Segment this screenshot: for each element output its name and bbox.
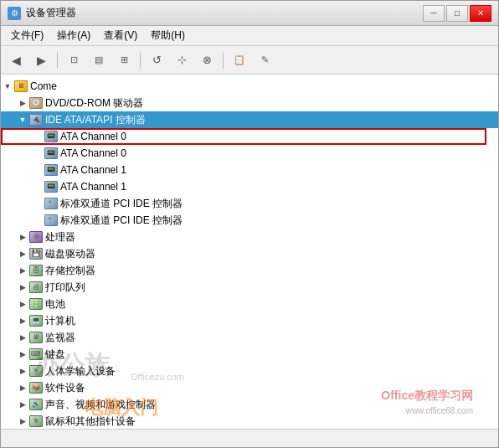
hid-icon: 🖱 <box>29 365 43 377</box>
pci1-icon: 🔧 <box>44 198 58 209</box>
ide-label: IDE ATA/ATAPI 控制器 <box>45 113 146 127</box>
mouse-label: 鼠标和其他指针设备 <box>45 415 136 429</box>
storage-expand-icon[interactable]: ▶ <box>16 264 29 277</box>
computer-label: 计算机 <box>45 314 75 328</box>
ata-ch1-label: ATA Channel 1 <box>60 164 126 176</box>
battery-item[interactable]: ▶ 🔋 电池 <box>1 296 498 312</box>
cpu-label: 处理器 <box>45 230 75 245</box>
menu-help[interactable]: 帮助(H) <box>144 27 192 44</box>
pci-ide-first[interactable]: 🔧 标准双通道 PCI IDE 控制器 <box>1 195 498 212</box>
ata-channel-1-first[interactable]: 📟 ATA Channel 1 <box>1 162 498 178</box>
toolbar-separator-3 <box>223 52 224 69</box>
toolbar-btn-6[interactable]: ⊗ <box>195 49 219 71</box>
ata-channel-0-first[interactable]: 📟 ATA Channel 0 <box>1 128 498 145</box>
main-content: ▼ 🖥 Come ▶ 💿 DVD/CD-ROM 驱动器 ▼ 🔌 IDE ATA/… <box>1 75 498 429</box>
software-icon: 📦 <box>29 382 43 394</box>
software-expand-icon[interactable]: ▶ <box>16 381 29 394</box>
ata-ch0-first-label: ATA Channel 0 <box>60 131 126 142</box>
disk-label: 磁盘驱动器 <box>45 247 95 261</box>
root-icon: 🖥 <box>14 80 28 92</box>
highlighted-row: 📟 ATA Channel 0 <box>1 128 498 145</box>
computer-expand-icon[interactable]: ▶ <box>16 314 29 327</box>
disk-expand-icon[interactable]: ▶ <box>16 247 29 260</box>
storage-icon: 🗄 <box>29 265 43 276</box>
print-label: 打印队列 <box>45 281 85 295</box>
print-item[interactable]: ▶ 🖨 打印队列 <box>1 279 498 296</box>
toolbar-separator-1 <box>57 52 58 69</box>
battery-label: 电池 <box>45 297 65 312</box>
toolbar-btn-5[interactable]: ⊹ <box>170 49 193 71</box>
forward-button[interactable]: ▶ <box>29 49 53 71</box>
cpu-expand-icon[interactable]: ▶ <box>16 230 29 244</box>
ide-controller-item[interactable]: ▼ 🔌 IDE ATA/ATAPI 控制器 <box>1 111 498 128</box>
ide-icon: 🔌 <box>29 114 43 126</box>
menu-view[interactable]: 查看(V) <box>97 27 144 44</box>
hid-item[interactable]: ▶ 🖱 人体学输入设备 <box>1 363 498 379</box>
computer-item[interactable]: ▶ 💻 计算机 <box>1 312 498 329</box>
monitor-expand-icon[interactable]: ▶ <box>16 331 29 344</box>
device-manager-window: ⚙ 设备管理器 ─ □ ✕ 文件(F) 操作(A) 查看(V) 帮助(H) ◀ … <box>0 0 499 448</box>
ata-ch0b-icon: 📟 <box>44 147 58 159</box>
battery-expand-icon[interactable]: ▶ <box>16 297 29 311</box>
keyboard-expand-icon[interactable]: ▶ <box>16 348 29 361</box>
root-expand-icon[interactable]: ▼ <box>1 80 14 93</box>
menu-bar: 文件(F) 操作(A) 查看(V) 帮助(H) <box>1 26 498 46</box>
toolbar-btn-1[interactable]: ⊡ <box>62 49 85 71</box>
back-button[interactable]: ◀ <box>4 49 28 71</box>
ata-channel-0-second[interactable]: 📟 ATA Channel 0 <box>1 145 498 162</box>
toolbar-btn-2[interactable]: ▤ <box>87 49 111 71</box>
ata-ch0b-label: ATA Channel 0 <box>60 147 126 159</box>
software-item[interactable]: ▶ 📦 软件设备 <box>1 379 498 396</box>
menu-file[interactable]: 文件(F) <box>4 27 50 44</box>
monitor-label: 监视器 <box>45 331 75 345</box>
maximize-button[interactable]: □ <box>446 5 468 22</box>
audio-expand-icon[interactable]: ▶ <box>16 398 29 411</box>
toolbar-btn-3[interactable]: ⊞ <box>112 49 136 71</box>
disk-item[interactable]: ▶ 💾 磁盘驱动器 <box>1 245 498 262</box>
keyboard-item[interactable]: ▶ ⌨ 键盘 <box>1 346 498 363</box>
window-icon: ⚙ <box>8 7 21 20</box>
mouse-expand-icon[interactable]: ▶ <box>16 415 29 428</box>
dvd-label: DVD/CD-ROM 驱动器 <box>45 96 143 111</box>
dvd-expand-icon[interactable]: ▶ <box>16 96 29 110</box>
monitor-item[interactable]: ▶ 🖥 监视器 <box>1 329 498 346</box>
pci1-label: 标准双通道 PCI IDE 控制器 <box>60 197 183 211</box>
menu-action[interactable]: 操作(A) <box>50 27 97 44</box>
hid-expand-icon[interactable]: ▶ <box>16 364 29 378</box>
pci-ide-second[interactable]: 🔧 标准双通道 PCI IDE 控制器 <box>1 212 498 229</box>
ide-expand-icon[interactable]: ▼ <box>16 113 29 126</box>
cpu-icon: ⚙ <box>29 231 43 243</box>
software-label: 软件设备 <box>45 381 85 395</box>
title-bar-left: ⚙ 设备管理器 <box>8 6 76 20</box>
ata-channel-1-second[interactable]: 📟 ATA Channel 1 <box>1 178 498 195</box>
close-button[interactable]: ✕ <box>470 5 491 22</box>
root-label: Come <box>30 80 57 92</box>
dvd-icon: 💿 <box>29 97 43 109</box>
audio-icon: 🔊 <box>29 399 43 410</box>
status-bar <box>1 429 498 447</box>
ata-ch1b-label: ATA Channel 1 <box>60 181 126 193</box>
storage-item[interactable]: ▶ 🗄 存储控制器 <box>1 262 498 279</box>
toolbar: ◀ ▶ ⊡ ▤ ⊞ ↺ ⊹ ⊗ 📋 ✎ <box>1 46 498 75</box>
minimize-button[interactable]: ─ <box>423 5 445 22</box>
storage-label: 存储控制器 <box>45 264 95 278</box>
toolbar-btn-4[interactable]: ↺ <box>145 49 168 71</box>
tree-root[interactable]: ▼ 🖥 Come <box>1 78 498 95</box>
audio-label: 声音、视频和游戏控制器 <box>45 398 156 412</box>
monitor-icon: 🖥 <box>29 332 43 343</box>
title-bar-buttons: ─ □ ✕ <box>423 5 491 22</box>
print-icon: 🖨 <box>29 281 43 293</box>
cpu-item[interactable]: ▶ ⚙ 处理器 <box>1 229 498 245</box>
tree-view[interactable]: ▼ 🖥 Come ▶ 💿 DVD/CD-ROM 驱动器 ▼ 🔌 IDE ATA/… <box>1 75 498 429</box>
print-expand-icon[interactable]: ▶ <box>16 281 29 294</box>
toolbar-btn-8[interactable]: ✎ <box>253 49 276 71</box>
mouse-item[interactable]: ▶ 🖱 鼠标和其他指针设备 <box>1 413 498 429</box>
ata-ch0-icon: 📟 <box>44 131 58 142</box>
window-title: 设备管理器 <box>26 6 76 20</box>
ata-ch1b-icon: 📟 <box>44 181 58 193</box>
mouse-icon: 🖱 <box>29 415 43 427</box>
toolbar-btn-7[interactable]: 📋 <box>228 49 251 71</box>
audio-item[interactable]: ▶ 🔊 声音、视频和游戏控制器 <box>1 396 498 413</box>
list-item[interactable]: ▶ 💿 DVD/CD-ROM 驱动器 <box>1 95 498 111</box>
pci2-icon: 🔧 <box>44 214 58 226</box>
